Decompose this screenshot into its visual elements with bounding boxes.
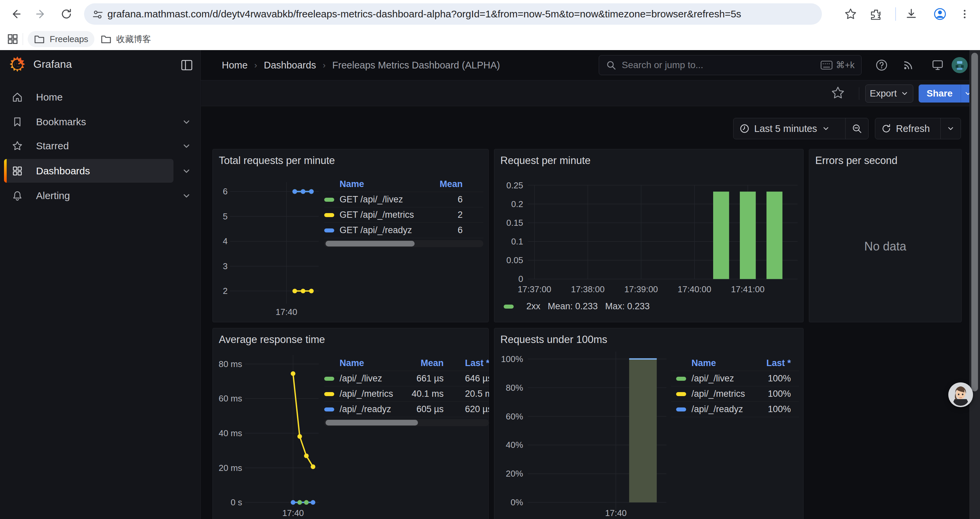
floating-assistant-avatar[interactable] xyxy=(948,382,973,407)
breadcrumb-home[interactable]: Home xyxy=(222,60,248,71)
chevron-down-icon[interactable] xyxy=(182,191,191,200)
zoom-out-button[interactable] xyxy=(846,118,868,139)
search-field[interactable] xyxy=(622,60,815,70)
refresh-label: Refresh xyxy=(896,123,930,134)
star-icon xyxy=(12,141,23,151)
svg-text:5: 5 xyxy=(223,212,228,221)
series-color-pill xyxy=(324,392,334,396)
bookmark-star-icon[interactable] xyxy=(844,7,857,21)
browser-reload-button[interactable] xyxy=(60,7,73,21)
legend-scrollbar-thumb[interactable] xyxy=(326,241,415,246)
help-icon[interactable] xyxy=(875,58,888,72)
apps-shortcut-icon[interactable] xyxy=(6,32,19,46)
series-value: 100% xyxy=(768,404,791,414)
legend-row[interactable]: GET /api/_/livez6 xyxy=(324,192,483,208)
news-rss-icon[interactable] xyxy=(902,58,915,72)
grafana-app: Grafana Home Bookmarks Starred xyxy=(0,50,980,519)
panel-legend: NameLast */api/_/livez100%/api/_/metrics… xyxy=(671,356,799,417)
svg-text:0: 0 xyxy=(519,274,523,284)
series-name[interactable]: 2xx xyxy=(527,301,540,311)
favorite-star-button[interactable] xyxy=(830,85,846,101)
brand-name: Grafana xyxy=(33,58,72,70)
series-mean: Mean: 0.233 xyxy=(548,301,598,311)
sidebar-item-starred[interactable]: Starred xyxy=(4,135,173,156)
search-icon xyxy=(606,60,616,70)
series-color-pill xyxy=(324,198,334,202)
time-range-picker[interactable]: Last 5 minutes xyxy=(733,118,845,139)
sidebar-item-home[interactable]: Home xyxy=(4,86,173,108)
svg-text:17:40: 17:40 xyxy=(275,307,297,316)
bookmark-folder-blog[interactable]: 收藏博客 xyxy=(94,31,157,47)
legend-row[interactable]: /api/_/metrics100% xyxy=(671,386,799,402)
panel-title[interactable]: Errors per second xyxy=(815,155,897,167)
refresh-interval-caret[interactable] xyxy=(941,118,961,139)
legend-row[interactable]: /api/_/readyz100% xyxy=(671,402,799,417)
legend-scrollbar xyxy=(324,240,483,247)
zoom-out-icon xyxy=(851,123,862,134)
series-value: 605 µs xyxy=(403,404,444,414)
monitor-icon[interactable] xyxy=(931,58,944,72)
chevron-down-icon[interactable] xyxy=(182,166,191,176)
legend-header-row[interactable]: NameLast * xyxy=(671,356,799,371)
sidebar-item-alerting[interactable]: Alerting xyxy=(4,185,173,206)
svg-text:80%: 80% xyxy=(506,383,523,393)
legend-row[interactable]: /api/_/readyz605 µs620 µs xyxy=(324,402,489,417)
scrollbar-thumb[interactable] xyxy=(971,53,978,391)
legend-header-row[interactable]: NameMean xyxy=(324,177,483,192)
page-header: Home › Dashboards › Freeleaps Metrics Da… xyxy=(201,50,980,80)
refresh-icon xyxy=(881,124,891,134)
sidebar-toggle-icon[interactable] xyxy=(180,58,194,72)
legend-row[interactable]: /api/_/livez661 µs646 µs xyxy=(324,371,489,386)
legend-row[interactable]: /api/_/livez100% xyxy=(671,371,799,386)
legend-scrollbar-thumb[interactable] xyxy=(326,420,418,425)
refresh-controls: Refresh xyxy=(875,118,961,139)
chevron-down-icon[interactable] xyxy=(182,117,191,126)
bookmark-label: Freeleaps xyxy=(50,34,88,45)
chevron-down-icon[interactable] xyxy=(182,141,191,151)
series-color-pill xyxy=(676,377,686,381)
time-range-label: Last 5 minutes xyxy=(754,123,817,134)
sidebar-item-bookmarks[interactable]: Bookmarks xyxy=(4,111,173,133)
bookmark-folder-freeleaps[interactable]: Freeleaps xyxy=(28,31,94,47)
user-avatar[interactable] xyxy=(951,57,968,73)
svg-text:0.15: 0.15 xyxy=(506,218,523,227)
extensions-icon[interactable] xyxy=(869,7,883,21)
legend-header-row[interactable]: NameMeanLast * xyxy=(324,356,489,371)
series-color-pill xyxy=(324,228,334,232)
sidebar-item-dashboards[interactable]: Dashboards xyxy=(4,159,173,183)
legend-row[interactable]: /api/_/metrics40.1 ms20.5 ms xyxy=(324,386,489,402)
legend-row[interactable]: GET /api/_/readyz6 xyxy=(324,223,483,238)
breadcrumb: Home › Dashboards › Freeleaps Metrics Da… xyxy=(222,50,500,80)
browser-back-button[interactable] xyxy=(9,7,22,21)
svg-text:60%: 60% xyxy=(506,412,523,421)
folder-icon xyxy=(100,34,112,45)
browser-forward-button[interactable] xyxy=(34,7,48,21)
page-scrollbar xyxy=(969,50,980,519)
site-settings-icon[interactable] xyxy=(92,9,103,20)
search-input[interactable]: ⌘+k xyxy=(599,55,862,75)
svg-text:2: 2 xyxy=(223,286,228,295)
series-name: /api/_/metrics xyxy=(692,389,768,399)
url-text[interactable]: grafana.mathmast.com/d/deytv4rwavabkb/fr… xyxy=(107,8,741,20)
browser-menu-icon[interactable] xyxy=(958,7,971,21)
bar-chart[interactable]: 00.050.10.150.20.2517:37:0017:38:0017:39… xyxy=(494,149,803,322)
downloads-icon[interactable] xyxy=(905,7,918,21)
bookmark-label: 收藏博客 xyxy=(116,34,151,45)
legend-row[interactable]: GET /api/_/metrics2 xyxy=(324,208,483,223)
browser-toolbar: grafana.mathmast.com/d/deytv4rwavabkb/fr… xyxy=(0,0,980,28)
grafana-logo[interactable] xyxy=(8,56,27,75)
profile-avatar-icon[interactable] xyxy=(933,7,947,21)
panel-legend[interactable]: 2xx Mean: 0.233 Max: 0.233 xyxy=(504,301,650,311)
keyboard-icon xyxy=(821,61,832,70)
refresh-button[interactable]: Refresh xyxy=(875,118,940,139)
series-value: 40.1 ms xyxy=(403,389,444,399)
breadcrumb-dashboards[interactable]: Dashboards xyxy=(264,60,316,71)
share-button[interactable]: Share xyxy=(919,85,975,102)
legend-column-header: Name xyxy=(692,358,766,368)
export-button[interactable]: Export xyxy=(865,85,913,102)
legend-scrollbar xyxy=(324,419,489,426)
url-bar[interactable]: grafana.mathmast.com/d/deytv4rwavabkb/fr… xyxy=(84,3,822,25)
series-value: 2 xyxy=(423,210,463,220)
svg-text:20%: 20% xyxy=(506,469,523,478)
svg-text:17:37:00: 17:37:00 xyxy=(518,284,551,294)
